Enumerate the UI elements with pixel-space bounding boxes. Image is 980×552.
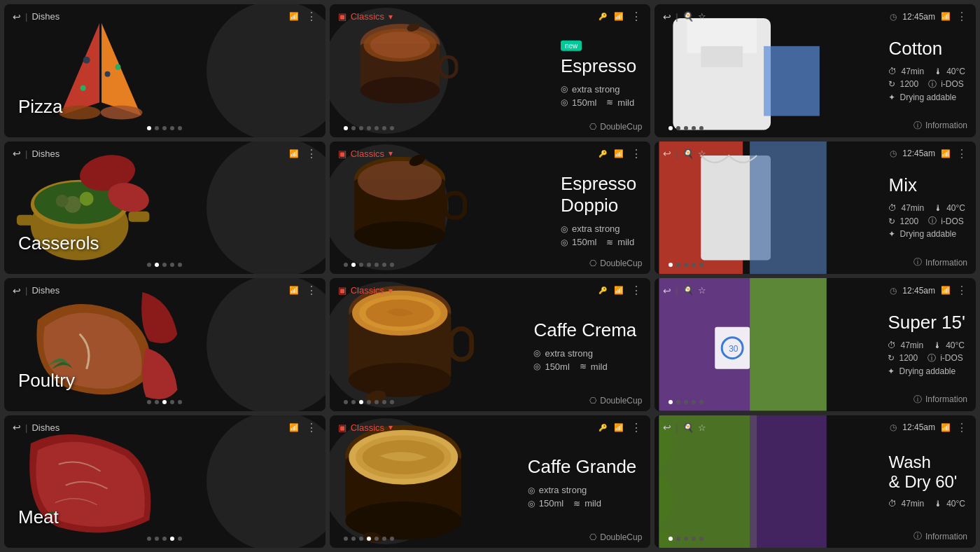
wifi-icon: 📶 — [614, 286, 624, 295]
more-icon[interactable]: ⋮ — [631, 284, 642, 297]
caffe-crema-image — [333, 284, 480, 404]
double-cup-icon: ⎔ — [589, 396, 596, 406]
temp-val: 40°C — [946, 66, 965, 76]
star-icon[interactable]: ☆ — [698, 422, 706, 433]
more-icon[interactable]: ⋮ — [631, 147, 642, 160]
more-icon[interactable]: ⋮ — [956, 284, 967, 297]
chevron-down-icon[interactable]: ▾ — [388, 149, 393, 158]
more-icon[interactable]: ⋮ — [306, 421, 317, 434]
svg-rect-22 — [701, 46, 743, 67]
svg-rect-38 — [445, 193, 465, 218]
dishes-label[interactable]: Dishes — [31, 149, 59, 159]
dishes-label[interactable]: Dishes — [31, 285, 59, 296]
wash-dry-header: ↩ | 🍳 ☆ ◷ 12:45am 📶 ⋮ — [654, 415, 976, 440]
more-icon[interactable]: ⋮ — [956, 10, 967, 23]
espresso-header-right: 🔑 📶 ⋮ — [598, 10, 642, 23]
pot-icon: 🍳 — [682, 285, 694, 296]
volume-text: 150ml — [572, 237, 596, 247]
mild-text: mild — [617, 237, 634, 247]
svg-point-7 — [101, 106, 143, 120]
dot-1 — [344, 537, 348, 541]
chevron-down-icon[interactable]: ▾ — [388, 422, 393, 432]
dot-7 — [390, 537, 394, 541]
mild-icon: ≋ — [573, 499, 580, 509]
espresso-doppio-dots — [344, 263, 394, 267]
chevron-down-icon[interactable]: ▾ — [388, 12, 393, 22]
meat-dots — [147, 537, 182, 541]
svg-point-32 — [56, 194, 69, 207]
back-icon[interactable]: ↩ — [663, 422, 671, 433]
dishes-label[interactable]: Dishes — [31, 11, 59, 22]
dot-5 — [699, 537, 704, 541]
pot-icon: 🍳 — [682, 11, 694, 22]
back-icon[interactable]: ↩ — [663, 285, 671, 296]
star-icon[interactable]: ☆ — [698, 285, 706, 296]
more-icon[interactable]: ⋮ — [306, 147, 317, 160]
spin-val: 1200 — [899, 79, 918, 89]
back-icon[interactable]: ↩ — [13, 422, 21, 433]
pizza-header-right: 📶 ⋮ — [289, 10, 317, 23]
more-icon[interactable]: ⋮ — [306, 10, 317, 23]
back-icon[interactable]: ↩ — [663, 11, 671, 22]
wifi-icon: 📶 — [614, 149, 624, 158]
dry-val: Drying addable — [899, 92, 956, 102]
time-icon: ⏱ — [888, 66, 897, 76]
idos-icon: ⓘ — [928, 215, 937, 227]
cotton-header-right: ◷ 12:45am 📶 ⋮ — [890, 10, 967, 23]
star-icon[interactable]: ☆ — [698, 11, 706, 22]
chevron-down-icon[interactable]: ▾ — [388, 286, 393, 296]
classics-label[interactable]: Classics — [351, 11, 384, 22]
meat-header-right: 📶 ⋮ — [289, 421, 317, 434]
double-cup-icon: ⎔ — [589, 532, 596, 542]
double-cup-icon: ⎔ — [589, 258, 596, 268]
more-icon[interactable]: ⋮ — [306, 284, 317, 297]
dot-4 — [367, 126, 371, 130]
dot-5 — [178, 263, 182, 267]
casserols-card: ↩ | Dishes 📶 ⋮ Casserols — [4, 142, 326, 275]
classics-label[interactable]: Classics — [351, 285, 384, 296]
info-label: Information — [925, 394, 967, 404]
divider: | — [25, 285, 27, 296]
dot-6 — [382, 400, 386, 404]
more-icon[interactable]: ⋮ — [631, 10, 642, 23]
back-icon[interactable]: ↩ — [663, 148, 671, 159]
back-icon[interactable]: ↩ — [13, 148, 21, 159]
espresso-header-left: ▣ Classics ▾ — [338, 11, 393, 22]
dot-5 — [374, 126, 379, 130]
more-icon[interactable]: ⋮ — [956, 421, 967, 434]
back-icon[interactable]: ↩ — [13, 285, 21, 296]
dot-6 — [382, 263, 386, 267]
dot-3 — [162, 537, 167, 541]
pizza-title: Pizza — [18, 96, 63, 118]
dot-2 — [155, 126, 159, 130]
spin-icon: ↻ — [888, 353, 895, 363]
more-icon[interactable]: ⋮ — [631, 421, 642, 434]
pizza-card: ↩ | Dishes 📶 ⋮ — [4, 4, 326, 137]
caffe-grande-header: ▣ Classics ▾ 🔑 📶 ⋮ — [330, 415, 651, 440]
dot-5 — [374, 263, 379, 267]
info-label: Information — [925, 532, 967, 541]
poultry-card: ↩ | Dishes 📶 ⋮ Poultry — [4, 278, 326, 411]
svg-point-10 — [80, 85, 86, 91]
wifi-icon: 📶 — [289, 149, 299, 158]
svg-rect-15 — [440, 57, 456, 77]
wifi-icon: 📶 — [941, 286, 951, 295]
svg-text:30: 30 — [729, 344, 739, 354]
double-cup-label: DoubleCup — [600, 396, 642, 406]
super15-detail-spin: ↻ 1200 ⓘ i-DOS — [888, 352, 965, 364]
dot-5 — [178, 126, 182, 130]
dishes-label[interactable]: Dishes — [31, 422, 59, 433]
classics-label[interactable]: Classics — [351, 149, 384, 159]
dot-5 — [178, 537, 182, 541]
classics-label[interactable]: Classics — [351, 422, 384, 433]
more-icon[interactable]: ⋮ — [956, 147, 967, 160]
temp-icon: 🌡 — [934, 499, 942, 509]
classics-icon: ▣ — [338, 285, 346, 296]
star-icon[interactable]: ☆ — [698, 149, 706, 159]
back-icon[interactable]: ↩ — [13, 11, 21, 22]
super15-dots — [668, 400, 704, 404]
svg-point-8 — [83, 57, 90, 64]
espresso-doppio-image — [337, 154, 477, 261]
temp-val: 40°C — [946, 499, 965, 509]
cotton-card: ↩ | 🍳 ☆ ◷ 12:45am 📶 ⋮ Cotton ⏱ 47min — [654, 4, 976, 137]
